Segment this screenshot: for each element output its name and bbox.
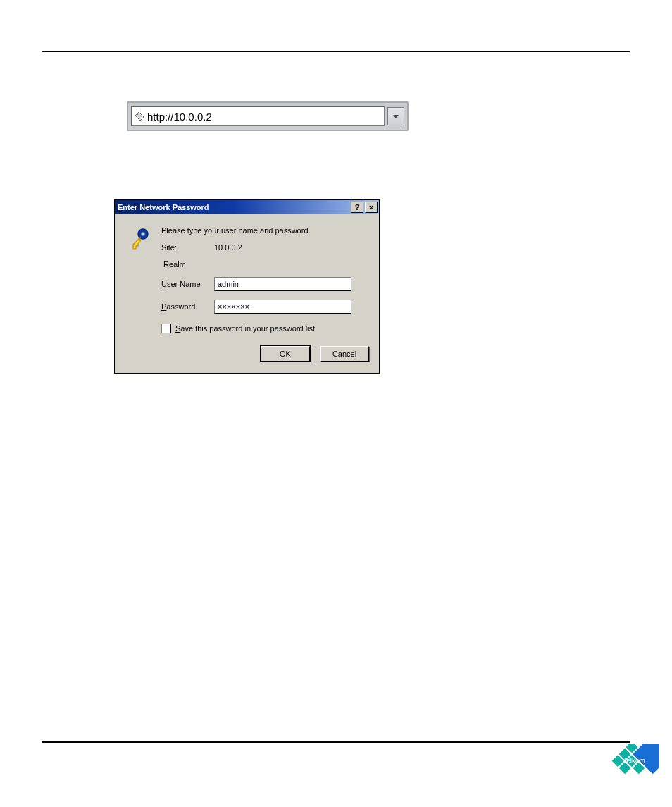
address-url-text: http://10.0.0.2 xyxy=(147,111,212,123)
page-top-rule xyxy=(42,51,630,52)
telkom-logo-text: Telkom xyxy=(623,757,645,765)
address-input[interactable]: http://10.0.0.2 xyxy=(131,106,385,126)
address-dropdown-button[interactable] xyxy=(387,107,404,125)
save-password-label: Save this password in your password list xyxy=(175,324,315,333)
username-field[interactable] xyxy=(214,277,351,291)
dialog-instruction: Please type your user name and password. xyxy=(161,226,311,235)
tag-icon xyxy=(135,111,144,121)
dialog-body: Please type your user name and password.… xyxy=(115,214,379,373)
network-password-dialog: Enter Network Password ? × Please type y… xyxy=(114,199,380,374)
realm-label: Realm xyxy=(163,260,216,269)
password-field[interactable] xyxy=(214,300,351,314)
browser-address-bar: http://10.0.0.2 xyxy=(127,101,409,131)
dialog-title: Enter Network Password xyxy=(118,203,349,211)
cancel-button[interactable]: Cancel xyxy=(320,346,369,362)
key-icon xyxy=(129,228,150,250)
site-value: 10.0.0.2 xyxy=(214,243,242,252)
save-password-checkbox[interactable] xyxy=(161,324,171,333)
telkom-logo: Telkom xyxy=(604,744,659,799)
chevron-down-icon xyxy=(392,113,399,120)
site-label: Site: xyxy=(161,243,214,252)
dialog-titlebar: Enter Network Password ? × xyxy=(115,200,379,214)
password-label: Password xyxy=(161,302,214,311)
titlebar-help-button[interactable]: ? xyxy=(351,202,363,213)
svg-point-0 xyxy=(137,113,138,115)
username-label: User Name xyxy=(161,280,214,288)
titlebar-close-button[interactable]: × xyxy=(365,202,378,213)
ok-button[interactable]: OK xyxy=(261,346,310,362)
page-bottom-rule xyxy=(42,741,630,743)
svg-point-2 xyxy=(142,233,145,236)
